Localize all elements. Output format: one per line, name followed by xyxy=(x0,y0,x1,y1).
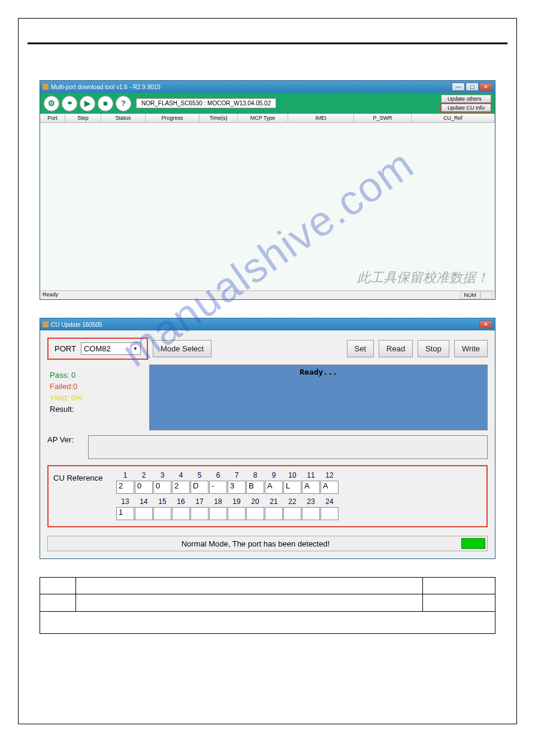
port-box: PORT COM82 ▼ xyxy=(47,338,148,360)
cu-input-1[interactable]: 2 xyxy=(116,481,134,494)
app-icon-2 xyxy=(43,321,49,327)
cu-col-head: 6 xyxy=(209,471,227,479)
cu-col-head: 23 xyxy=(302,497,320,506)
cu-input-12[interactable] xyxy=(321,507,338,520)
cu-input-8[interactable] xyxy=(246,507,264,520)
cu-col-head: 7 xyxy=(228,471,246,479)
cu-input-9[interactable]: A xyxy=(265,481,283,494)
port-label: PORT xyxy=(55,344,76,353)
cu-reference-box: CU Reference 123456789101112 2002D-3BALA… xyxy=(47,465,488,527)
read-button[interactable]: Read xyxy=(379,340,413,357)
cu-col-head: 1 xyxy=(116,471,134,479)
status-panel: Ready... xyxy=(149,365,488,430)
cu-col-head: 2 xyxy=(135,471,153,479)
chinese-overlay: 此工具保留校准数据！ xyxy=(357,269,489,287)
cu-input-11[interactable]: A xyxy=(302,481,320,494)
chevron-down-icon: ▼ xyxy=(133,346,138,351)
cu-input-3[interactable]: 0 xyxy=(153,481,171,494)
titlebar: Multi-port download tool v1.6 - R2.9.901… xyxy=(40,81,495,93)
help-icon[interactable]: ? xyxy=(116,96,131,111)
cu-ref-label: CU Reference xyxy=(53,471,110,521)
update-cu-info-button[interactable]: Update CU Info xyxy=(441,104,491,112)
cu-col-head: 11 xyxy=(302,471,320,479)
statusbar: Ready NUM xyxy=(40,290,495,299)
col-port: Port xyxy=(40,114,65,122)
update-others-button[interactable]: Update others xyxy=(441,95,491,103)
col-status: Status xyxy=(101,114,146,122)
titlebar-2: CU Update 160505 ✕ xyxy=(40,318,495,330)
col-time: Time(s) xyxy=(200,114,238,122)
col-mcp: MCP Type xyxy=(238,114,288,122)
apver-label: AP Ver: xyxy=(47,435,83,459)
ready-text: Ready... xyxy=(152,368,485,377)
cu-col-head: 20 xyxy=(246,497,264,506)
cu-input-10[interactable]: L xyxy=(283,481,301,494)
cu-input-6[interactable] xyxy=(209,507,227,520)
cu-input-8[interactable]: B xyxy=(246,481,264,494)
status-num: NUM xyxy=(460,292,481,299)
cu-col-head: 22 xyxy=(283,497,301,506)
cu-input-2[interactable] xyxy=(135,507,153,520)
link-icon[interactable]: ⚭ xyxy=(62,96,77,111)
cu-col-head: 15 xyxy=(153,497,171,506)
maximize-button[interactable]: ▢ xyxy=(466,83,479,91)
port-value: COM82 xyxy=(84,344,111,353)
cu-col-head: 10 xyxy=(283,471,301,479)
settings-icon[interactable]: ⚙ xyxy=(44,96,59,111)
cu-input-7[interactable] xyxy=(228,507,246,520)
cu-col-head: 19 xyxy=(228,497,246,506)
cu-input-10[interactable] xyxy=(283,507,301,520)
cu-update-window: CU Update 160505 ✕ PORT COM82 ▼ Mode Sel… xyxy=(40,318,495,559)
set-button[interactable]: Set xyxy=(347,340,374,357)
col-step: Step xyxy=(65,114,101,122)
cu-input-4[interactable]: 2 xyxy=(172,481,190,494)
stop-icon[interactable]: ■ xyxy=(98,96,113,111)
cu-input-12[interactable]: A xyxy=(321,481,338,494)
bottom-table xyxy=(40,577,495,634)
cu-input-11[interactable] xyxy=(302,507,320,520)
cu-col-head: 13 xyxy=(116,497,134,506)
apver-box xyxy=(88,435,488,459)
cu-col-head: 16 xyxy=(172,497,190,506)
app-icon xyxy=(43,84,49,90)
table-header: Port Step Status Progress Time(s) MCP Ty… xyxy=(40,114,495,123)
col-imei: IMEI xyxy=(288,114,354,122)
cu-col-head: 18 xyxy=(209,497,227,506)
detected-bar: Normal Mode, The port has been detected! xyxy=(47,536,488,551)
close-button[interactable]: ✕ xyxy=(479,83,492,91)
status-ready: Ready xyxy=(43,292,58,299)
close-button-2[interactable]: ✕ xyxy=(479,320,492,329)
cu-col-head: 9 xyxy=(265,471,283,479)
cu-input-9[interactable] xyxy=(265,507,283,520)
cu-input-1[interactable]: 1 xyxy=(116,507,134,520)
play-icon[interactable]: ▶ xyxy=(80,96,95,111)
cu-input-7[interactable]: 3 xyxy=(228,481,246,494)
download-tool-window: Multi-port download tool v1.6 - R2.9.901… xyxy=(40,80,495,300)
cu-col-head: 12 xyxy=(321,471,338,479)
cu-col-head: 5 xyxy=(191,471,208,479)
cu-col-head: 8 xyxy=(246,471,264,479)
mode-select-button[interactable]: Mode Select xyxy=(153,340,211,357)
cu-input-3[interactable] xyxy=(153,507,171,520)
yield-percent: Yield: 0% xyxy=(50,393,147,402)
cu-input-4[interactable] xyxy=(172,507,190,520)
table-body: 此工具保留校准数据！ xyxy=(40,123,495,290)
cu-col-head: 3 xyxy=(153,471,171,479)
cu-input-6[interactable]: - xyxy=(209,481,227,494)
status-green-block xyxy=(461,538,485,549)
cu-input-5[interactable] xyxy=(191,507,208,520)
stop-button[interactable]: Stop xyxy=(418,340,449,357)
cu-col-head: 21 xyxy=(265,497,283,506)
cu-col-head: 14 xyxy=(135,497,153,506)
cu-col-head: 24 xyxy=(321,497,338,506)
result-label: Result: xyxy=(50,405,147,414)
window-title: Multi-port download tool v1.6 - R2.9.901… xyxy=(51,84,452,90)
cu-input-2[interactable]: 0 xyxy=(135,481,153,494)
detected-text: Normal Mode, The port has been detected! xyxy=(50,539,461,548)
window2-title: CU Update 160505 xyxy=(51,321,479,328)
col-progress: Progress xyxy=(146,114,200,122)
minimize-button[interactable]: — xyxy=(452,83,465,91)
port-select[interactable]: COM82 ▼ xyxy=(81,342,141,355)
cu-input-5[interactable]: D xyxy=(191,481,208,494)
write-button[interactable]: Write xyxy=(454,340,488,357)
